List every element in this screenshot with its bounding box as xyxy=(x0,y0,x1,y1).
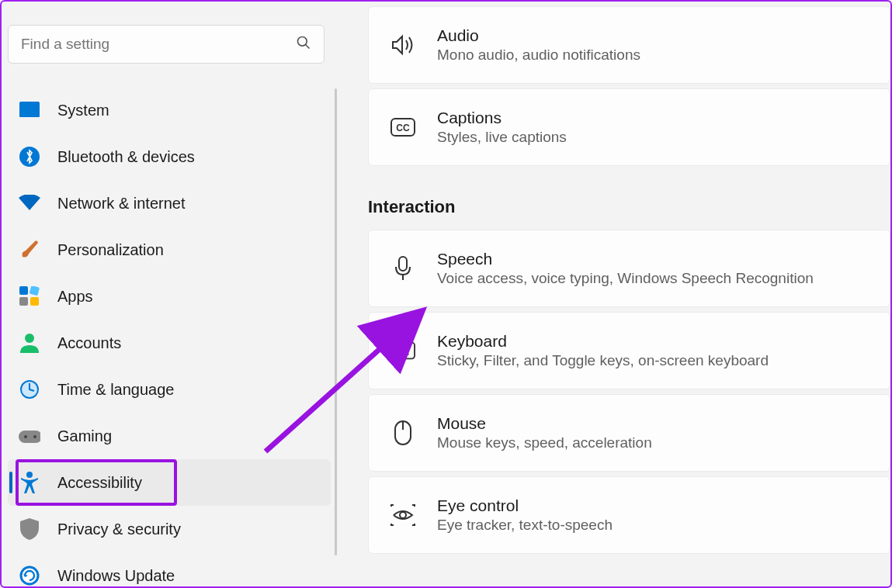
person-icon xyxy=(19,332,40,354)
setting-card-speech[interactable]: Speech Voice access, voice typing, Windo… xyxy=(368,230,890,307)
svg-point-22 xyxy=(399,347,401,348)
svg-point-24 xyxy=(408,347,410,348)
svg-rect-5 xyxy=(19,286,28,295)
sidebar-item-update[interactable]: Windows Update xyxy=(8,552,331,588)
sidebar-item-accounts[interactable]: Accounts xyxy=(8,320,331,366)
svg-rect-18 xyxy=(399,257,407,271)
svg-point-15 xyxy=(21,567,38,584)
sidebar-item-personalization[interactable]: Personalization xyxy=(8,227,331,273)
svg-rect-2 xyxy=(19,102,40,116)
setting-title: Mouse xyxy=(437,414,652,433)
sidebar-item-label: Privacy & security xyxy=(57,521,181,538)
svg-point-21 xyxy=(395,347,397,348)
setting-card-mouse[interactable]: Mouse Mouse keys, speed, acceleration xyxy=(368,394,890,472)
setting-desc: Sticky, Filter, and Toggle keys, on-scre… xyxy=(437,352,769,369)
svg-point-12 xyxy=(24,435,27,438)
setting-title: Speech xyxy=(437,250,814,268)
search-input[interactable] xyxy=(21,36,296,53)
nav-list: System Bluetooth & devices Network & int… xyxy=(8,87,331,588)
setting-card-captions[interactable]: CC Captions Styles, live captions xyxy=(368,88,890,166)
sidebar-item-gaming[interactable]: Gaming xyxy=(8,413,331,459)
sidebar-item-label: Windows Update xyxy=(57,567,175,585)
svg-rect-6 xyxy=(30,286,40,296)
sidebar-item-label: System xyxy=(57,102,109,119)
svg-point-13 xyxy=(33,435,36,438)
microphone-icon xyxy=(390,256,415,281)
shield-icon xyxy=(19,518,40,540)
update-icon xyxy=(19,565,40,586)
setting-title: Audio xyxy=(437,26,640,45)
svg-point-9 xyxy=(25,334,34,343)
sidebar-item-label: Apps xyxy=(57,288,93,306)
svg-rect-3 xyxy=(19,114,40,117)
svg-rect-8 xyxy=(30,297,39,306)
settings-sidebar: System Bluetooth & devices Network & int… xyxy=(2,2,337,586)
section-header-interaction: Interaction xyxy=(368,197,890,217)
svg-line-1 xyxy=(306,45,310,49)
brush-icon xyxy=(19,239,40,261)
svg-rect-7 xyxy=(19,297,28,306)
setting-card-eye-control[interactable]: Eye control Eye tracker, text-to-speech xyxy=(368,476,890,554)
sidebar-item-label: Network & internet xyxy=(57,195,186,213)
sidebar-item-label: Personalization xyxy=(57,241,164,259)
clock-globe-icon xyxy=(19,379,40,400)
setting-title: Keyboard xyxy=(437,332,769,351)
search-box[interactable] xyxy=(8,25,325,64)
sidebar-item-privacy[interactable]: Privacy & security xyxy=(8,506,331,552)
mouse-icon xyxy=(390,420,415,445)
svg-point-0 xyxy=(298,37,307,47)
sidebar-scrollbar[interactable] xyxy=(335,88,337,555)
setting-desc: Voice access, voice typing, Windows Spee… xyxy=(437,270,814,287)
keyboard-icon xyxy=(390,338,415,363)
gamepad-icon xyxy=(19,425,40,447)
sidebar-item-label: Accessibility xyxy=(57,474,142,492)
eye-icon xyxy=(390,503,415,527)
sidebar-item-network[interactable]: Network & internet xyxy=(8,180,331,227)
sidebar-item-bluetooth[interactable]: Bluetooth & devices xyxy=(8,133,331,180)
setting-desc: Styles, live captions xyxy=(437,129,567,146)
setting-title: Eye control xyxy=(437,496,613,515)
sidebar-item-label: Gaming xyxy=(57,427,112,445)
sidebar-item-label: Time & language xyxy=(57,381,174,399)
system-icon xyxy=(19,99,40,121)
sidebar-item-system[interactable]: System xyxy=(8,87,331,133)
search-icon xyxy=(296,35,311,54)
setting-desc: Mono audio, audio notifications xyxy=(437,47,640,64)
wifi-icon xyxy=(19,192,40,214)
sidebar-item-time[interactable]: Time & language xyxy=(8,366,331,413)
svg-point-14 xyxy=(26,472,33,478)
setting-card-keyboard[interactable]: Keyboard Sticky, Filter, and Toggle keys… xyxy=(368,312,890,389)
apps-icon xyxy=(19,285,40,307)
svg-rect-20 xyxy=(391,343,415,359)
sidebar-item-apps[interactable]: Apps xyxy=(8,273,331,320)
speaker-icon xyxy=(390,33,415,57)
captions-icon: CC xyxy=(390,115,415,140)
svg-point-28 xyxy=(400,512,406,518)
svg-point-23 xyxy=(404,347,405,348)
settings-main: Audio Mono audio, audio notifications CC… xyxy=(337,2,890,586)
bluetooth-icon xyxy=(19,146,40,168)
setting-desc: Mouse keys, speed, acceleration xyxy=(437,434,652,451)
sidebar-item-label: Accounts xyxy=(57,334,121,352)
setting-card-audio[interactable]: Audio Mono audio, audio notifications xyxy=(368,6,890,84)
sidebar-item-accessibility[interactable]: Accessibility xyxy=(8,459,331,506)
svg-rect-11 xyxy=(19,431,40,443)
setting-desc: Eye tracker, text-to-speech xyxy=(437,517,613,534)
setting-title: Captions xyxy=(437,109,567,127)
sidebar-item-label: Bluetooth & devices xyxy=(57,148,195,166)
svg-text:CC: CC xyxy=(396,123,410,133)
accessibility-icon xyxy=(19,472,40,493)
